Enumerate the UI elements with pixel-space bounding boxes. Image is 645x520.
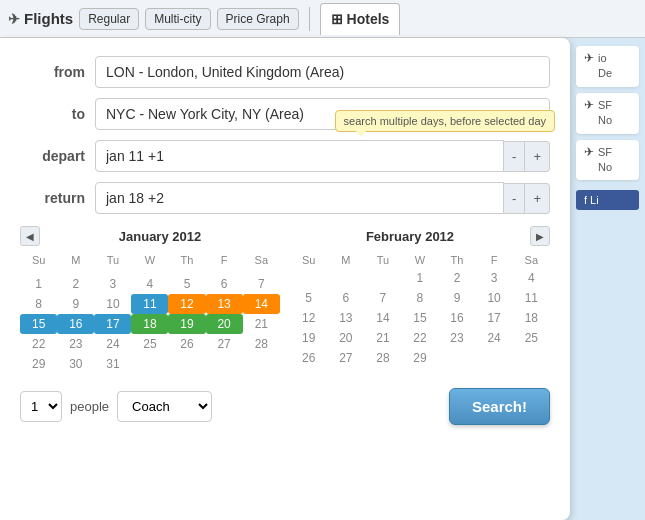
table-row[interactable]: 3 bbox=[476, 268, 513, 288]
table-row[interactable]: 5 bbox=[168, 274, 205, 294]
tab-hotels[interactable]: ⊞ Hotels bbox=[320, 3, 401, 35]
table-row[interactable]: 8 bbox=[401, 288, 438, 308]
table-row[interactable]: 23 bbox=[57, 334, 94, 354]
table-row[interactable]: 29 bbox=[20, 354, 57, 374]
return-plus-button[interactable]: + bbox=[525, 183, 550, 214]
jan-prev-button[interactable]: ◀ bbox=[20, 226, 40, 246]
hotels-grid-icon: ⊞ bbox=[331, 11, 343, 27]
table-row[interactable]: 2 bbox=[57, 274, 94, 294]
table-row[interactable]: 12 bbox=[168, 294, 205, 314]
table-row[interactable]: 24 bbox=[476, 328, 513, 348]
table-row[interactable]: 11 bbox=[513, 288, 550, 308]
table-row[interactable] bbox=[290, 268, 327, 288]
table-row[interactable]: 25 bbox=[513, 328, 550, 348]
table-row[interactable]: 26 bbox=[168, 334, 205, 354]
table-row[interactable]: 1 bbox=[401, 268, 438, 288]
table-row[interactable]: 2 bbox=[438, 268, 475, 288]
table-row[interactable]: 10 bbox=[94, 294, 131, 314]
table-row[interactable] bbox=[131, 354, 168, 374]
table-row[interactable]: 22 bbox=[401, 328, 438, 348]
table-row[interactable]: 3 bbox=[94, 274, 131, 294]
table-row[interactable]: 26 bbox=[290, 348, 327, 368]
table-row[interactable]: 30 bbox=[57, 354, 94, 374]
table-row[interactable]: 18 bbox=[131, 314, 168, 334]
table-row[interactable]: 7 bbox=[243, 274, 280, 294]
tab-multicity[interactable]: Multi-city bbox=[145, 8, 210, 30]
table-row[interactable]: 17 bbox=[476, 308, 513, 328]
table-row[interactable]: 15 bbox=[401, 308, 438, 328]
table-row[interactable] bbox=[206, 354, 243, 374]
table-row[interactable]: 27 bbox=[327, 348, 364, 368]
table-row[interactable]: 19 bbox=[168, 314, 205, 334]
col-tu: Tu bbox=[364, 252, 401, 268]
january-calendar: ◀ January 2012 Su M Tu W Th F Sa bbox=[20, 226, 280, 374]
table-row[interactable]: 6 bbox=[327, 288, 364, 308]
table-row[interactable]: 7 bbox=[364, 288, 401, 308]
sidebar-text-1: io De bbox=[598, 51, 612, 82]
table-row[interactable] bbox=[327, 268, 364, 288]
table-row[interactable]: 28 bbox=[243, 334, 280, 354]
table-row[interactable] bbox=[476, 348, 513, 368]
table-row[interactable] bbox=[364, 268, 401, 288]
feb-header: February 2012 ▶ bbox=[290, 226, 550, 246]
table-row[interactable]: 13 bbox=[206, 294, 243, 314]
passengers-select[interactable]: 1 2 3 4 5 6 bbox=[20, 391, 62, 422]
table-row[interactable]: 22 bbox=[20, 334, 57, 354]
table-row[interactable] bbox=[243, 354, 280, 374]
table-row[interactable]: 21 bbox=[243, 314, 280, 334]
cabin-select[interactable]: Coach Business First bbox=[117, 391, 212, 422]
jan-title: January 2012 bbox=[40, 229, 280, 244]
like-button[interactable]: f Li bbox=[576, 190, 639, 210]
depart-input[interactable] bbox=[95, 140, 504, 172]
tab-pricegraph[interactable]: Price Graph bbox=[217, 8, 299, 30]
return-input[interactable] bbox=[95, 182, 504, 214]
table-row[interactable]: 6 bbox=[206, 274, 243, 294]
table-row[interactable]: 24 bbox=[94, 334, 131, 354]
table-row[interactable]: 4 bbox=[131, 274, 168, 294]
sidebar-card-3: ✈ SF No bbox=[576, 140, 639, 181]
search-button[interactable]: Search! bbox=[449, 388, 550, 425]
table-row[interactable]: 21 bbox=[364, 328, 401, 348]
table-row[interactable]: 29 bbox=[401, 348, 438, 368]
table-row[interactable]: 12 bbox=[290, 308, 327, 328]
table-row[interactable] bbox=[438, 348, 475, 368]
people-label: people bbox=[70, 399, 109, 414]
table-row[interactable]: 18 bbox=[513, 308, 550, 328]
table-row[interactable]: 16 bbox=[438, 308, 475, 328]
table-row[interactable]: 25 bbox=[131, 334, 168, 354]
table-row[interactable]: 31 bbox=[94, 354, 131, 374]
table-row[interactable]: 9 bbox=[57, 294, 94, 314]
depart-plus-button[interactable]: + bbox=[525, 141, 550, 172]
table-row[interactable]: 23 bbox=[438, 328, 475, 348]
sidebar-card-2: ✈ SF No bbox=[576, 93, 639, 134]
table-row[interactable]: 10 bbox=[476, 288, 513, 308]
table-row[interactable]: 27 bbox=[206, 334, 243, 354]
table-row[interactable]: 13 bbox=[327, 308, 364, 328]
col-tu: Tu bbox=[94, 252, 131, 268]
depart-label: depart bbox=[20, 148, 85, 164]
tab-regular[interactable]: Regular bbox=[79, 8, 139, 30]
table-row[interactable]: 17 bbox=[94, 314, 131, 334]
table-row[interactable]: 4 bbox=[513, 268, 550, 288]
table-row[interactable]: 11 bbox=[131, 294, 168, 314]
table-row[interactable]: 8 bbox=[20, 294, 57, 314]
from-row: from bbox=[20, 56, 550, 88]
from-input[interactable] bbox=[95, 56, 550, 88]
table-row[interactable]: 15 bbox=[20, 314, 57, 334]
table-row[interactable]: 14 bbox=[364, 308, 401, 328]
table-row[interactable]: 1 bbox=[20, 274, 57, 294]
table-row[interactable]: 20 bbox=[206, 314, 243, 334]
table-row[interactable] bbox=[513, 348, 550, 368]
february-calendar: February 2012 ▶ Su M Tu W Th F Sa bbox=[290, 226, 550, 374]
table-row[interactable]: 19 bbox=[290, 328, 327, 348]
table-row[interactable]: 14 bbox=[243, 294, 280, 314]
depart-minus-button[interactable]: - bbox=[504, 141, 525, 172]
feb-next-button[interactable]: ▶ bbox=[530, 226, 550, 246]
table-row[interactable]: 5 bbox=[290, 288, 327, 308]
table-row[interactable] bbox=[168, 354, 205, 374]
return-minus-button[interactable]: - bbox=[504, 183, 525, 214]
table-row[interactable]: 28 bbox=[364, 348, 401, 368]
table-row[interactable]: 16 bbox=[57, 314, 94, 334]
table-row[interactable]: 9 bbox=[438, 288, 475, 308]
table-row[interactable]: 20 bbox=[327, 328, 364, 348]
